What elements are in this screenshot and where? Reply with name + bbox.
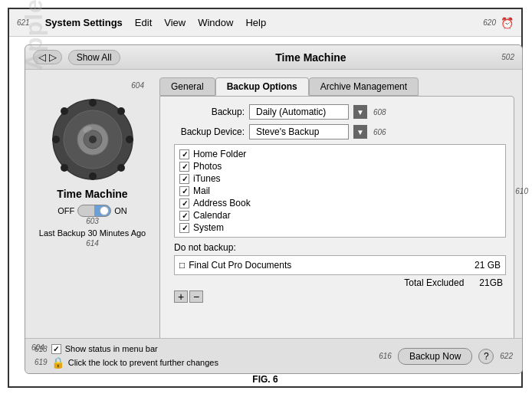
include-section: Home FolderPhotosiTunesMailAddress BookC…	[174, 144, 506, 238]
toggle-on-label: ON	[114, 206, 127, 215]
ref-608: 608	[373, 108, 386, 116]
menu-edit[interactable]: Edit	[135, 17, 152, 28]
ref-616: 616	[379, 352, 392, 360]
total-value: 21GB	[479, 277, 503, 288]
svg-point-1	[89, 99, 97, 107]
include-checkbox[interactable]	[179, 174, 189, 184]
toggle-row: OFF ON	[57, 205, 127, 217]
exclude-item: □Final Cut Pro Documents21 GB	[179, 258, 501, 272]
lock-row: 619 🔒 Click the lock to prevent further …	[34, 356, 371, 369]
svg-point-6	[117, 107, 125, 115]
tabs-row: General Backup Options Archive Managemen…	[159, 77, 514, 96]
show-status-label: Show status in menu bar	[65, 344, 158, 353]
include-item-label: System	[193, 222, 224, 233]
nav-buttons[interactable]: ◁ ▷	[33, 50, 62, 64]
device-dropdown[interactable]: Steve's Backup	[249, 124, 349, 139]
include-item: Photos	[178, 160, 502, 172]
window-titlebar: ◁ ▷ Show All Time Machine 502	[25, 45, 522, 70]
total-row: Total Excluded 21GB	[174, 277, 506, 288]
tab-general[interactable]: General	[159, 77, 215, 96]
lock-label: Click the lock to prevent further change…	[68, 358, 218, 367]
include-item: System	[178, 221, 502, 234]
left-panel: 604	[33, 77, 152, 366]
tab-backup-options[interactable]: Backup Options	[215, 77, 309, 96]
backup-dropdown-row: Daily (Automatic) ▼ 608	[249, 104, 386, 120]
svg-point-2	[89, 172, 97, 180]
add-exclude-button[interactable]: +	[174, 290, 188, 303]
ref-606: 606	[373, 128, 386, 136]
lock-icon[interactable]: 🔒	[51, 356, 64, 369]
svg-point-12	[89, 136, 97, 143]
include-checkbox[interactable]	[179, 186, 189, 196]
svg-point-5	[61, 107, 68, 115]
clock-icon: ⏰	[501, 17, 514, 29]
exclude-list-items: □Final Cut Pro Documents21 GB	[179, 258, 501, 272]
tab-archive-management[interactable]: Archive Management	[309, 77, 419, 96]
include-item: Home Folder	[178, 148, 502, 160]
bottom-bar: 604 618 Show status in menu bar 619 🔒 Cl…	[25, 338, 522, 373]
ref-603: 603	[86, 217, 99, 225]
show-status-checkbox[interactable]	[51, 344, 61, 354]
window-content: 604	[25, 70, 522, 373]
svg-point-4	[126, 136, 133, 143]
include-list-items: Home FolderPhotosiTunesMailAddress BookC…	[178, 148, 502, 234]
toggle-switch[interactable]	[77, 205, 111, 217]
right-panel: General Backup Options Archive Managemen…	[159, 77, 514, 366]
toggle-knob	[100, 206, 109, 215]
include-item-label: Address Book	[193, 198, 251, 208]
exclude-item-size: 21 GB	[475, 260, 501, 271]
plus-minus-row: + −	[174, 290, 506, 303]
include-item: Calendar	[178, 209, 502, 221]
device-form-label: Backup Device:	[168, 126, 245, 137]
ref-621: 621	[17, 18, 30, 27]
disk-label: Time Machine	[57, 188, 127, 200]
include-checkbox[interactable]	[179, 211, 189, 221]
exclude-list: □Final Cut Pro Documents21 GB	[174, 255, 506, 275]
device-row: Backup Device: Steve's Backup ▼ 606	[168, 124, 506, 139]
do-not-backup-label: Do not backup:	[174, 242, 506, 253]
help-button[interactable]: ?	[478, 349, 494, 364]
backup-now-button[interactable]: Backup Now	[398, 348, 472, 365]
ref-604-top: 604	[131, 81, 144, 90]
include-item-label: Mail	[193, 185, 210, 196]
window-title: Time Machine	[126, 51, 496, 64]
include-checkbox[interactable]	[179, 198, 189, 208]
ref-614: 614	[86, 239, 99, 248]
exclude-section: □Final Cut Pro Documents21 GB Total Excl…	[174, 255, 506, 303]
ref-502: 502	[501, 53, 514, 61]
ref-619: 619	[34, 358, 48, 366]
app-name: System Settings	[45, 17, 123, 28]
device-dropdown-arrow[interactable]: ▼	[353, 125, 367, 139]
include-item-label: iTunes	[193, 173, 221, 184]
outer-border: 621 System Settings Edit View Window Hel…	[8, 8, 523, 388]
ref-604b: 604	[31, 343, 44, 352]
bottom-left: 618 Show status in menu bar 619 🔒 Click …	[34, 344, 371, 369]
menu-bar: 621 System Settings Edit View Window Hel…	[9, 9, 521, 37]
include-checkbox[interactable]	[179, 223, 189, 233]
backup-dropdown-arrow[interactable]: ▼	[353, 105, 367, 119]
show-status-row: 618 Show status in menu bar	[34, 344, 371, 354]
backup-row: Backup: Daily (Automatic) ▼ 608	[168, 104, 506, 120]
total-label: Total Excluded	[404, 277, 464, 288]
include-checkbox[interactable]	[179, 162, 189, 172]
show-all-button[interactable]: Show All	[68, 50, 120, 65]
include-item: iTunes	[178, 172, 502, 185]
include-item-label: Photos	[193, 161, 222, 172]
device-dropdown-row: Steve's Backup ▼ 606	[249, 124, 386, 139]
include-item-label: Home Folder	[193, 149, 246, 159]
disk-visual	[51, 97, 135, 182]
remove-exclude-button[interactable]: −	[189, 290, 203, 303]
ref-620: 620	[483, 18, 496, 27]
menu-view[interactable]: View	[164, 17, 186, 28]
tab-content: Backup: Daily (Automatic) ▼ 608 Backup D…	[159, 96, 514, 366]
svg-point-3	[52, 136, 60, 143]
include-checkbox[interactable]	[179, 149, 189, 159]
exclude-item-icon: □	[179, 260, 185, 271]
backup-dropdown[interactable]: Daily (Automatic)	[249, 104, 349, 120]
svg-point-8	[117, 164, 125, 172]
menu-window[interactable]: Window	[198, 17, 233, 28]
include-item: Mail	[178, 185, 502, 197]
menu-help[interactable]: Help	[245, 17, 266, 28]
toggle-off-label: OFF	[57, 206, 74, 215]
backup-status: Last Backup 30 Minutes Ago	[39, 228, 146, 238]
